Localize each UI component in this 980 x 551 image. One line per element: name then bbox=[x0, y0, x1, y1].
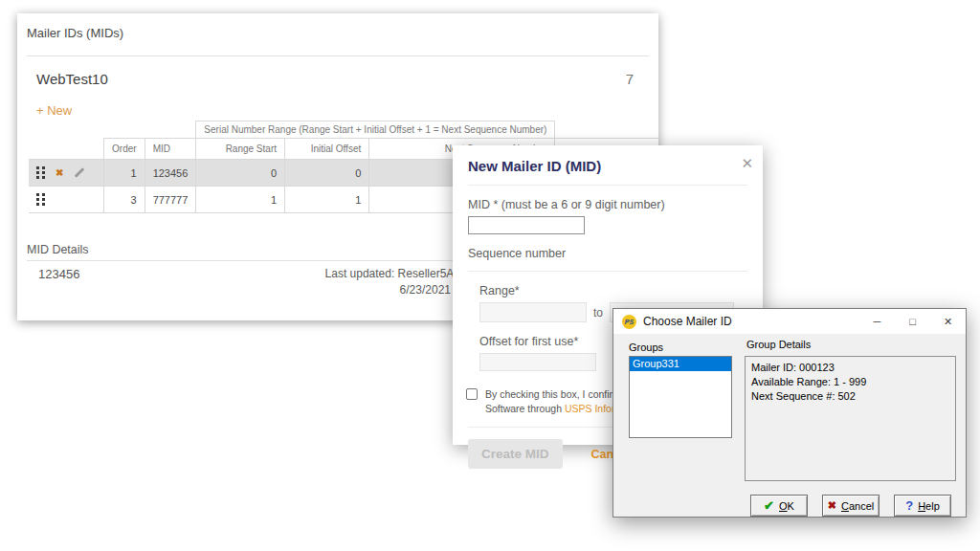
groups-label: Groups bbox=[629, 342, 663, 353]
groups-listbox[interactable]: Group331 bbox=[629, 356, 732, 438]
drag-handle-icon[interactable] bbox=[36, 166, 45, 179]
maximize-icon[interactable]: □ bbox=[895, 309, 930, 334]
dialog-titlebar: PS Choose Mailer ID ─ □ ✕ bbox=[613, 309, 966, 334]
ok-button[interactable]: ✔ OK bbox=[750, 495, 808, 517]
choose-mailer-id-dialog: PS Choose Mailer ID ─ □ ✕ Groups Group33… bbox=[612, 308, 967, 518]
confirm-text-line2: Software through bbox=[485, 403, 565, 414]
col-range-start: Range Start bbox=[196, 139, 285, 160]
group-details-label: Group Details bbox=[746, 339, 811, 350]
dialog-body: Groups Group331 Group Details Mailer ID:… bbox=[613, 334, 966, 517]
question-icon: ? bbox=[905, 498, 913, 513]
last-updated: Last updated: Reseller5Ad 6/23/2021 9 bbox=[325, 266, 460, 298]
col-order: Order bbox=[104, 139, 145, 160]
edit-pencil-icon[interactable] bbox=[75, 167, 85, 178]
range-label: Range* bbox=[479, 284, 747, 298]
drag-handle-icon[interactable] bbox=[36, 193, 45, 206]
mid-details-title: MID Details bbox=[27, 243, 89, 256]
check-icon: ✔ bbox=[764, 498, 774, 513]
page-title: Mailer IDs (MIDs) bbox=[27, 26, 123, 40]
cell-order: 1 bbox=[104, 160, 145, 187]
group-name: WebTest10 bbox=[36, 71, 108, 87]
close-icon[interactable]: ✕ bbox=[930, 309, 966, 334]
mid-input[interactable] bbox=[468, 216, 585, 234]
close-icon[interactable]: ✕ bbox=[741, 155, 753, 172]
minimize-icon[interactable]: ─ bbox=[859, 309, 895, 334]
range-start-input[interactable] bbox=[479, 302, 587, 322]
detail-available-range: Available Range: 1 - 999 bbox=[751, 375, 949, 389]
group-details-panel: Mailer ID: 000123 Available Range: 1 - 9… bbox=[745, 356, 956, 481]
mid-count: 7 bbox=[626, 71, 634, 87]
new-mid-button[interactable]: + New bbox=[36, 103, 72, 118]
table-group-header-row: Serial Number Range (Range Start + Initi… bbox=[29, 121, 658, 139]
to-label: to bbox=[593, 306, 603, 320]
last-updated-date: 6/23/2021 9 bbox=[325, 282, 460, 298]
mid-field-label: MID * (must be a 6 or 9 digit number) bbox=[468, 198, 747, 211]
cell-initial-offset: 0 bbox=[285, 160, 369, 187]
cell-order: 3 bbox=[104, 187, 145, 213]
detail-mailer-id: Mailer ID: 000123 bbox=[751, 361, 949, 375]
detail-next-sequence: Next Sequence #: 502 bbox=[751, 389, 949, 404]
selected-mid-value: 123456 bbox=[38, 267, 79, 281]
cell-initial-offset: 1 bbox=[285, 187, 369, 213]
help-button[interactable]: ? Help bbox=[894, 495, 951, 517]
col-mid: MID bbox=[145, 139, 196, 160]
cell-mid: 123456 bbox=[145, 160, 196, 187]
serial-number-range-header: Serial Number Range (Range Start + Initi… bbox=[196, 121, 555, 139]
sequence-number-label: Sequence number bbox=[468, 247, 747, 260]
app-logo-icon: PS bbox=[622, 315, 636, 329]
col-initial-offset: Initial Offset bbox=[285, 139, 369, 160]
cell-mid: 777777 bbox=[145, 187, 196, 213]
list-item-group331[interactable]: Group331 bbox=[630, 357, 731, 371]
x-icon: ✖ bbox=[828, 499, 836, 512]
cell-range-start: 1 bbox=[196, 187, 285, 213]
dialog-title: Choose Mailer ID bbox=[643, 315, 859, 328]
create-mid-button[interactable]: Create MID bbox=[468, 439, 563, 469]
last-updated-by: Last updated: Reseller5Ad bbox=[325, 266, 460, 282]
modal-title: New Mailer ID (MID) bbox=[468, 158, 747, 174]
modal-divider bbox=[468, 271, 747, 272]
delete-icon[interactable]: ✖ bbox=[56, 168, 63, 178]
modal-divider bbox=[468, 185, 747, 186]
title-divider bbox=[27, 55, 649, 56]
stage: Mailer IDs (MIDs) WebTest10 7 + New Seri… bbox=[0, 0, 980, 551]
cell-range-start: 0 bbox=[196, 160, 285, 187]
confirm-checkbox[interactable] bbox=[466, 388, 478, 400]
cancel-button[interactable]: ✖ Cancel bbox=[822, 495, 880, 517]
offset-input[interactable] bbox=[479, 353, 596, 371]
